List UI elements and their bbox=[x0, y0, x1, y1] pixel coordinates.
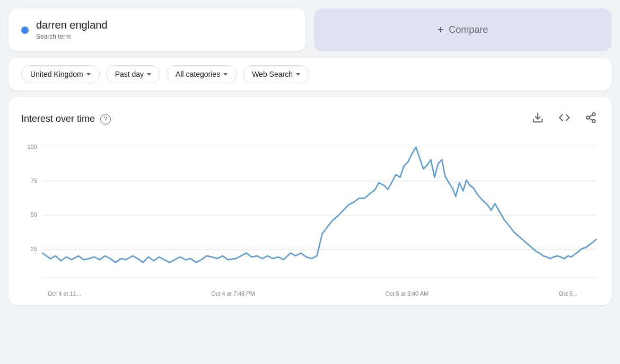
chart-title-wrap: Interest over time ? bbox=[21, 113, 111, 125]
region-filter-label: United Kingdom bbox=[30, 70, 83, 78]
compare-label: Compare bbox=[449, 24, 488, 35]
chart-header: Interest over time ? bbox=[21, 110, 599, 128]
chart-title: Interest over time bbox=[21, 113, 95, 125]
search-type-filter-label: Web Search bbox=[252, 70, 293, 78]
filter-bar: United Kingdom Past day All categories W… bbox=[8, 58, 612, 91]
search-term-name: darren england bbox=[36, 19, 108, 31]
x-label-1: Oct 4 at 11... bbox=[48, 290, 81, 297]
region-chevron-icon bbox=[86, 73, 91, 76]
help-icon[interactable]: ? bbox=[100, 114, 111, 125]
chart-section: Interest over time ? bbox=[8, 97, 612, 305]
svg-text:50: 50 bbox=[31, 211, 37, 218]
chart-actions bbox=[530, 110, 599, 128]
search-type-filter[interactable]: Web Search bbox=[243, 65, 309, 83]
chart-svg: 100 75 50 25 bbox=[21, 139, 599, 287]
x-label-2: Oct 4 at 7:48 PM bbox=[211, 290, 255, 297]
share-button[interactable] bbox=[583, 110, 599, 128]
svg-line-5 bbox=[589, 115, 592, 117]
time-filter[interactable]: Past day bbox=[106, 65, 160, 83]
compare-card[interactable]: + Compare bbox=[314, 8, 612, 51]
search-term-dot bbox=[21, 26, 29, 34]
search-term-card: darren england Search term bbox=[8, 8, 305, 51]
region-filter[interactable]: United Kingdom bbox=[21, 65, 100, 83]
svg-text:75: 75 bbox=[31, 177, 37, 184]
search-term-text: darren england Search term bbox=[36, 19, 108, 41]
chart-area: 100 75 50 25 bbox=[21, 139, 599, 287]
svg-text:100: 100 bbox=[28, 143, 37, 149]
x-label-3: Oct 5 at 3:40 AM bbox=[385, 290, 429, 297]
category-chevron-icon bbox=[223, 73, 228, 76]
search-type-chevron-icon bbox=[296, 73, 300, 76]
svg-line-4 bbox=[589, 118, 592, 120]
time-chevron-icon bbox=[147, 73, 151, 76]
x-axis-labels: Oct 4 at 11... Oct 4 at 7:48 PM Oct 5 at… bbox=[21, 290, 599, 297]
time-filter-label: Past day bbox=[115, 70, 144, 78]
compare-plus-icon: + bbox=[438, 24, 444, 36]
x-label-4: Oct 5... bbox=[559, 290, 578, 297]
category-filter[interactable]: All categories bbox=[167, 65, 237, 83]
svg-text:25: 25 bbox=[31, 245, 37, 252]
code-button[interactable] bbox=[556, 110, 572, 128]
search-term-type: Search term bbox=[36, 33, 71, 40]
download-button[interactable] bbox=[530, 110, 546, 128]
category-filter-label: All categories bbox=[176, 70, 220, 78]
